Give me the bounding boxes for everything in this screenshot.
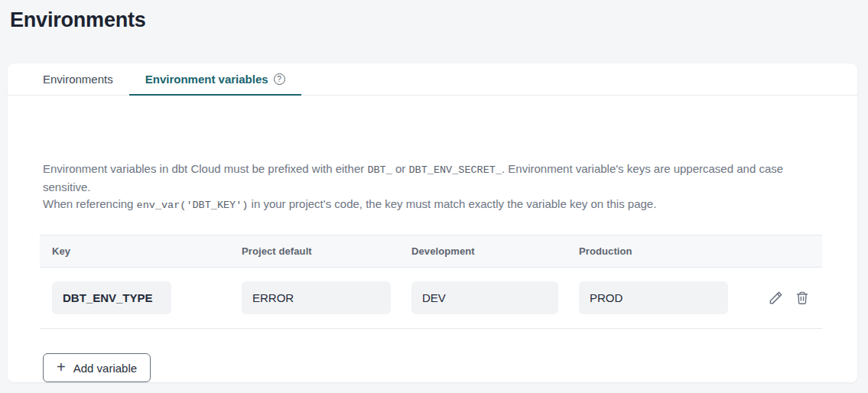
code-env-var-example: env_var('DBT_KEY') [137, 200, 249, 211]
tab-bar: Environments Environment variables ? [8, 63, 857, 96]
add-variable-button[interactable]: + Add variable [43, 353, 151, 382]
column-header-project-default: Project default [242, 245, 411, 257]
page-title: Environments [0, 0, 868, 33]
description-segment: Environment variables in dbt Cloud must … [43, 162, 367, 175]
cell-project-default: ERROR [242, 281, 411, 314]
tab-panel-content: Environment variables in dbt Cloud must … [8, 96, 857, 382]
description-segment: When referencing [43, 197, 137, 210]
tab-environments-label: Environments [43, 73, 113, 86]
cell-row-actions [728, 290, 810, 307]
column-header-development: Development [411, 245, 579, 257]
column-header-production: Production [579, 245, 728, 257]
column-header-key: Key [52, 245, 242, 257]
project-default-value-chip: ERROR [242, 281, 391, 314]
description-text: Environment variables in dbt Cloud must … [43, 161, 822, 214]
tab-environment-variables[interactable]: Environment variables ? [129, 63, 301, 95]
table-row: DBT_ENV_TYPE ERROR DEV PROD [40, 268, 822, 329]
key-value-chip: DBT_ENV_TYPE [52, 281, 171, 314]
pencil-icon [768, 290, 784, 306]
cell-production: PROD [579, 281, 728, 314]
trash-icon [795, 290, 810, 306]
description-segment: or [392, 162, 409, 175]
plus-icon: + [57, 359, 66, 375]
cell-development: DEV [411, 281, 579, 314]
environment-variables-card: Environments Environment variables ? Env… [8, 63, 857, 382]
development-value-chip: DEV [411, 281, 558, 314]
cell-key: DBT_ENV_TYPE [52, 281, 242, 314]
production-value-chip: PROD [579, 281, 728, 314]
help-icon[interactable]: ? [274, 73, 285, 85]
code-dbt-prefix: DBT_ [367, 164, 392, 176]
environment-variables-table: Key Project default Development Producti… [40, 235, 822, 329]
code-dbt-env-secret-prefix: DBT_ENV_SECRET_ [408, 164, 502, 176]
edit-variable-button[interactable] [768, 290, 784, 307]
table-header-row: Key Project default Development Producti… [40, 235, 822, 268]
description-segment: in your project's code, the key must mat… [248, 197, 656, 210]
delete-variable-button[interactable] [794, 290, 810, 307]
description-line-1: Environment variables in dbt Cloud must … [43, 161, 822, 196]
tab-environment-variables-label: Environment variables [145, 73, 268, 86]
tab-environments[interactable]: Environments [27, 63, 129, 95]
description-line-2: When referencing env_var('DBT_KEY') in y… [43, 196, 822, 214]
add-variable-label: Add variable [73, 362, 137, 375]
